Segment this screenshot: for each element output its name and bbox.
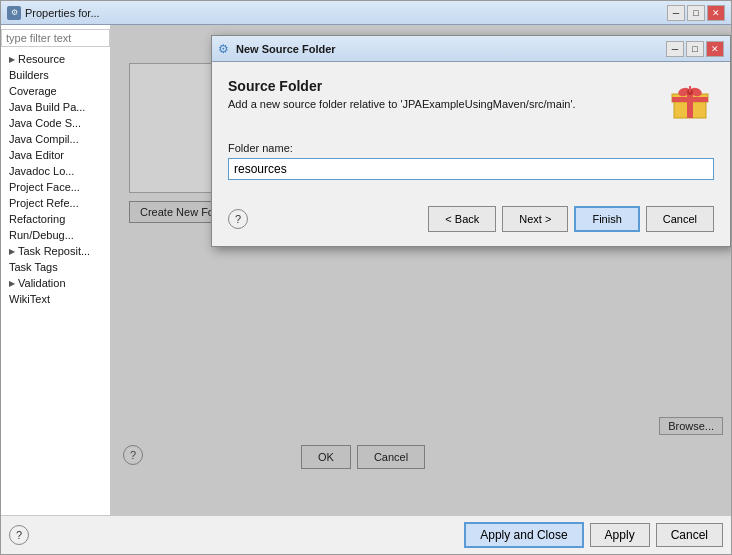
dialog-close-button[interactable]: ✕ (706, 41, 724, 57)
dialog-controls: ─ □ ✕ (666, 41, 724, 57)
finish-button[interactable]: Finish (574, 206, 639, 232)
sidebar-item-coverage[interactable]: Coverage (1, 83, 110, 99)
gift-icon (666, 78, 714, 126)
dialog-action-buttons: < Back Next > Finish Cancel (428, 206, 714, 232)
main-window: ⚙ Properties for... ─ □ ✕ Resource Build… (0, 0, 732, 555)
sidebar-item-projectfacets[interactable]: Project Face... (1, 179, 110, 195)
sidebar-item-tasktags[interactable]: Task Tags (1, 259, 110, 275)
bottom-bar: ? Apply and Close Apply Cancel (1, 515, 731, 554)
apply-button[interactable]: Apply (590, 523, 650, 547)
dialog-icon: ⚙ (218, 42, 232, 56)
dialog-header: Source Folder Add a new source folder re… (228, 78, 714, 126)
main-window-title: Properties for... (25, 7, 663, 19)
sidebar-item-validation[interactable]: Validation (1, 275, 110, 291)
sidebar-item-javabuildpath[interactable]: Java Build Pa... (1, 99, 110, 115)
folder-label: Folder name: (228, 142, 714, 154)
cancel-button[interactable]: Cancel (646, 206, 714, 232)
dialog-help-button[interactable]: ? (228, 209, 248, 229)
dialog-body: Source Folder Add a new source folder re… (212, 62, 730, 196)
sidebar-item-projectreferences[interactable]: Project Refe... (1, 195, 110, 211)
dialog-titlebar: ⚙ New Source Folder ─ □ ✕ (212, 36, 730, 62)
new-source-folder-dialog: ⚙ New Source Folder ─ □ ✕ Source Folder (211, 35, 731, 247)
dialog-heading: Source Folder (228, 78, 654, 94)
dialog-header-text: Source Folder Add a new source folder re… (228, 78, 654, 110)
sidebar: Resource Builders Coverage Java Build Pa… (1, 25, 111, 515)
maximize-button[interactable]: □ (687, 5, 705, 21)
sidebar-item-resource[interactable]: Resource (1, 51, 110, 67)
minimize-button[interactable]: ─ (667, 5, 685, 21)
dialog-subtitle: Add a new source folder relative to 'JPA… (228, 98, 654, 110)
close-button[interactable]: ✕ (707, 5, 725, 21)
main-titlebar: ⚙ Properties for... ─ □ ✕ (1, 1, 731, 25)
svg-rect-3 (672, 97, 708, 102)
sidebar-item-javacodestyle[interactable]: Java Code S... (1, 115, 110, 131)
right-panel: Folder... Source... dit... move Create N… (111, 25, 731, 515)
next-button[interactable]: Next > (502, 206, 568, 232)
main-content: Resource Builders Coverage Java Build Pa… (1, 25, 731, 515)
dialog-title: New Source Folder (236, 43, 662, 55)
sidebar-item-refactoring[interactable]: Refactoring (1, 211, 110, 227)
sidebar-item-builders[interactable]: Builders (1, 67, 110, 83)
folder-name-input[interactable] (228, 158, 714, 180)
main-window-icon: ⚙ (7, 6, 21, 20)
dialog-minimize-button[interactable]: ─ (666, 41, 684, 57)
sidebar-item-taskrepository[interactable]: Task Reposit... (1, 243, 110, 259)
sidebar-item-javadoc[interactable]: Javadoc Lo... (1, 163, 110, 179)
sidebar-item-javaeditor[interactable]: Java Editor (1, 147, 110, 163)
dialog-overlay: ⚙ New Source Folder ─ □ ✕ Source Folder (111, 25, 731, 515)
filter-input[interactable] (1, 29, 110, 47)
bottom-help-button[interactable]: ? (9, 525, 29, 545)
sidebar-item-wikitext[interactable]: WikiText (1, 291, 110, 307)
dialog-maximize-button[interactable]: □ (686, 41, 704, 57)
sidebar-item-javacompiler[interactable]: Java Compil... (1, 131, 110, 147)
back-button[interactable]: < Back (428, 206, 496, 232)
main-cancel-button[interactable]: Cancel (656, 523, 723, 547)
sidebar-item-rundebug[interactable]: Run/Debug... (1, 227, 110, 243)
apply-and-close-button[interactable]: Apply and Close (464, 522, 583, 548)
dialog-footer: ? < Back Next > Finish Cancel (212, 196, 730, 246)
